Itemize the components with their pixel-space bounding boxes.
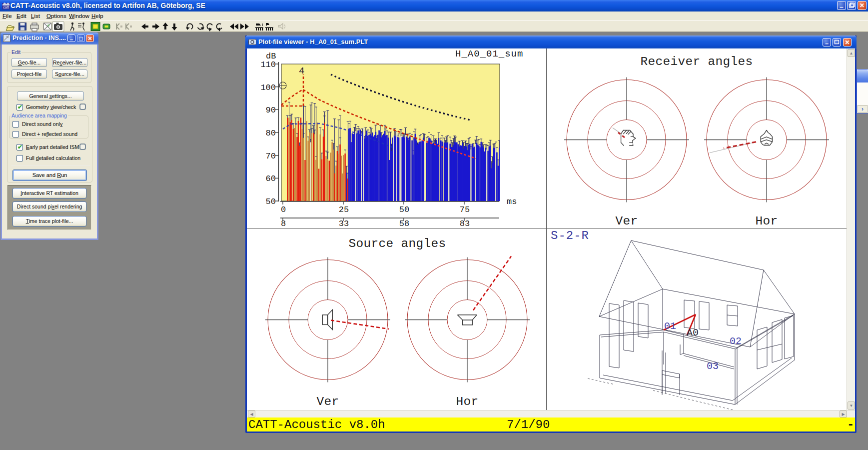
svg-text:110: 110 [260,60,276,70]
svg-text:Source angles: Source angles [348,237,446,250]
svg-text:25: 25 [339,205,349,214]
svg-text:Receiver angles: Receiver angles [640,55,753,68]
svg-text:33: 33 [339,219,349,228]
svg-text:60: 60 [266,174,276,184]
svg-text:80: 80 [266,128,276,138]
svg-text:Ver: Ver [316,395,339,408]
svg-text:catt: catt [3,6,8,9]
svg-text:02: 02 [730,336,742,347]
svg-text:03: 03 [707,360,719,372]
svg-text:70: 70 [266,152,276,161]
svg-text:Hor: Hor [755,214,778,228]
svg-text:50: 50 [266,197,276,206]
svg-text:8: 8 [281,219,286,228]
svg-text:0: 0 [281,205,286,214]
svg-text:58: 58 [399,219,409,228]
svg-text:100: 100 [260,83,276,92]
svg-text:50: 50 [399,205,409,214]
svg-text:01: 01 [664,320,676,332]
svg-text:83: 83 [460,219,470,228]
svg-text:4: 4 [299,66,304,76]
svg-text:90: 90 [266,106,276,115]
svg-text:H_A0_01_sum: H_A0_01_sum [455,48,523,60]
svg-text:ms: ms [507,197,517,206]
svg-text:75: 75 [460,205,470,214]
svg-text:A0: A0 [687,327,699,338]
svg-text:S-2-R: S-2-R [551,229,589,242]
svg-text:Ver: Ver [615,214,638,228]
svg-text:Hor: Hor [456,395,478,408]
svg-text:dB: dB [266,52,276,61]
